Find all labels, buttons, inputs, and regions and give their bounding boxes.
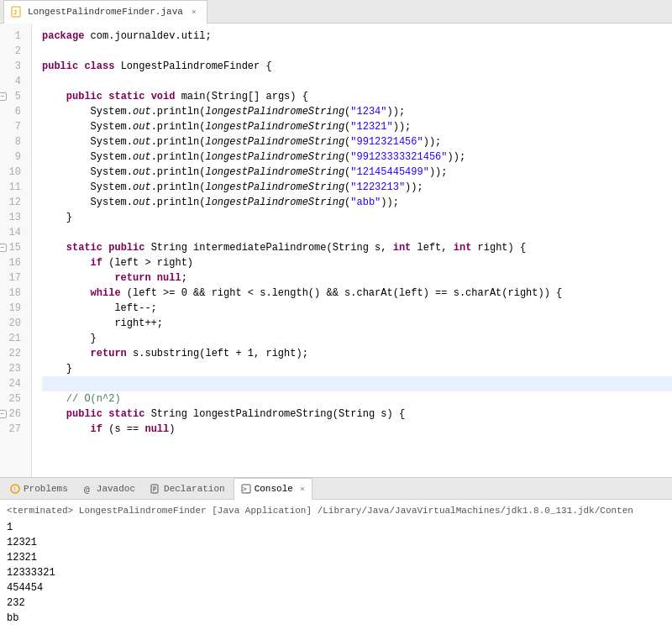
svg-text:>_: >_ (243, 485, 251, 493)
line-number: −26 (0, 407, 26, 422)
line-number: 20 (0, 316, 26, 331)
file-tab[interactable]: J LongestPalindromeFinder.java ✕ (3, 0, 207, 24)
svg-text:J: J (13, 9, 17, 16)
code-line[interactable]: } (42, 331, 672, 346)
bottom-tab-label-problems: Problems (24, 484, 68, 494)
line-number: 18 (0, 286, 26, 301)
line-number: 24 (0, 376, 26, 391)
line-number: 13 (0, 210, 26, 225)
code-line[interactable]: System.out.println(longestPalindromeStri… (42, 195, 672, 210)
line-number: 11 (0, 180, 26, 195)
line-number: 12 (0, 195, 26, 210)
code-line[interactable]: if (s == null) (42, 422, 672, 437)
console-output-line: 1 (7, 520, 665, 535)
code-line[interactable] (42, 44, 672, 59)
bottom-tab-label-declaration: Declaration (164, 484, 225, 494)
code-line[interactable] (42, 225, 672, 240)
code-line[interactable]: left--; (42, 301, 672, 316)
code-line[interactable]: System.out.println(longestPalindromeStri… (42, 104, 672, 119)
tab-close-button[interactable]: ✕ (188, 6, 200, 18)
console-output-line: 12333321 (7, 565, 665, 580)
editor-tab-bar: J LongestPalindromeFinder.java ✕ (0, 0, 672, 24)
line-number: 1 (0, 29, 26, 44)
line-number: 14 (0, 225, 26, 240)
console-output-line: 454454 (7, 580, 665, 595)
console-icon: >_ (241, 484, 251, 494)
line-number: 16 (0, 255, 26, 270)
code-line[interactable]: right++; (42, 316, 672, 331)
bottom-tab-problems[interactable]: !Problems (3, 478, 75, 500)
tab-filename: LongestPalindromeFinder.java (28, 7, 183, 17)
code-line[interactable]: public static String longestPalindromeSt… (42, 407, 672, 422)
console-output-line: bb (7, 611, 665, 626)
code-content[interactable]: package com.journaldev.util; public clas… (32, 24, 672, 477)
code-line[interactable]: } (42, 210, 672, 225)
line-number: 9 (0, 150, 26, 165)
line-number: 22 (0, 346, 26, 361)
line-number: 25 (0, 391, 26, 407)
java-file-icon: J (11, 6, 23, 18)
code-line[interactable]: public class LongestPalindromeFinder { (42, 59, 672, 74)
line-number: 7 (0, 119, 26, 134)
console-output-line: 232 (7, 595, 665, 611)
collapse-button[interactable]: − (0, 92, 7, 101)
line-number: −5 (0, 89, 26, 104)
bottom-panel: !Problems@JavadocDeclaration>_Console✕ <… (0, 477, 672, 640)
code-line[interactable]: System.out.println(longestPalindromeStri… (42, 134, 672, 150)
line-number: 23 (0, 361, 26, 376)
code-line[interactable]: package com.journaldev.util; (42, 29, 672, 44)
warning-icon: ! (10, 484, 20, 494)
code-line[interactable]: System.out.println(longestPalindromeStri… (42, 150, 672, 165)
line-number: 2 (0, 44, 26, 59)
console-output-line: 12321 (7, 550, 665, 565)
code-line[interactable]: static public String intermediatePalindr… (42, 240, 672, 255)
editor-area: 1234−567891011121314−1516171819202122232… (0, 24, 672, 477)
code-line[interactable] (42, 74, 672, 89)
console-output: 1123211232112333321454454232bb (7, 520, 665, 626)
bottom-tab-console[interactable]: >_Console✕ (234, 478, 312, 500)
line-number: 19 (0, 301, 26, 316)
console-header: <terminated> LongestPalindromeFinder [Ja… (7, 503, 665, 518)
code-line[interactable]: public static void main(String[] args) { (42, 89, 672, 104)
code-line[interactable]: System.out.println(longestPalindromeStri… (42, 180, 672, 195)
svg-text:@: @ (84, 484, 90, 494)
line-number: 17 (0, 270, 26, 286)
line-number: 4 (0, 74, 26, 89)
line-number: 10 (0, 165, 26, 180)
line-number: 6 (0, 104, 26, 119)
line-number: −15 (0, 240, 26, 255)
code-line[interactable]: System.out.println(longestPalindromeStri… (42, 165, 672, 180)
line-numbers: 1234−567891011121314−1516171819202122232… (0, 24, 32, 477)
code-line[interactable]: if (left > right) (42, 255, 672, 270)
code-line[interactable]: } (42, 361, 672, 376)
bottom-tab-javadoc[interactable]: @Javadoc (76, 478, 142, 500)
bottom-tab-bar: !Problems@JavadocDeclaration>_Console✕ (0, 478, 672, 500)
bottom-tab-label-javadoc: Javadoc (97, 484, 135, 494)
tab-close-icon[interactable]: ✕ (300, 484, 305, 494)
code-container: 1234−567891011121314−1516171819202122232… (0, 24, 672, 477)
code-line[interactable] (42, 376, 672, 391)
code-line[interactable]: while (left >= 0 && right < s.length() &… (42, 286, 672, 301)
at-icon: @ (83, 484, 93, 494)
line-number: 21 (0, 331, 26, 346)
code-line[interactable]: System.out.println(longestPalindromeStri… (42, 119, 672, 134)
line-number: 27 (0, 422, 26, 437)
code-line[interactable]: return s.substring(left + 1, right); (42, 346, 672, 361)
doc-icon (150, 484, 160, 494)
line-number: 8 (0, 134, 26, 150)
code-line[interactable]: return null; (42, 270, 672, 286)
bottom-tab-label-console: Console (255, 484, 293, 494)
code-line[interactable]: // O(n^2) (42, 391, 672, 407)
collapse-button[interactable]: − (0, 244, 7, 252)
bottom-tab-declaration[interactable]: Declaration (144, 478, 232, 500)
collapse-button[interactable]: − (0, 410, 7, 418)
svg-text:!: ! (13, 485, 15, 493)
console-content: <terminated> LongestPalindromeFinder [Ja… (0, 500, 672, 640)
console-output-line: 12321 (7, 535, 665, 550)
line-number: 3 (0, 59, 26, 74)
